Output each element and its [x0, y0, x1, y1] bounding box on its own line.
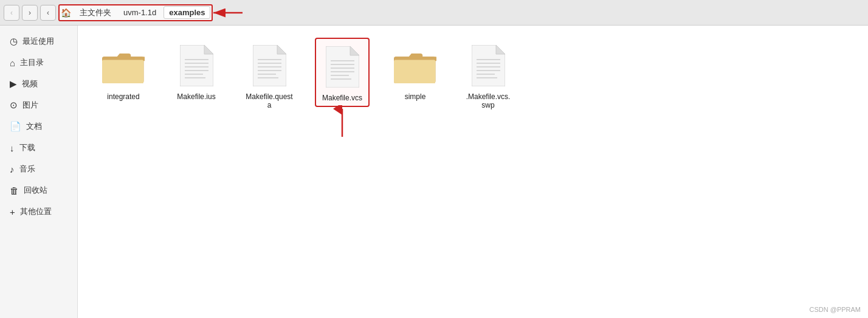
main-area: ◷ 最近使用 ⌂ 主目录 ▶ 视频 ⊙ 图片 📄 文档 ↓ 下载 ♪ 音乐 🗑: [0, 26, 868, 318]
nav-bar: ‹ › ‹ 🏠 主文件夹 uvm-1.1d examples: [0, 0, 868, 26]
svg-rect-35: [394, 60, 435, 83]
sidebar: ◷ 最近使用 ⌂ 主目录 ▶ 视频 ⊙ 图片 📄 文档 ↓ 下载 ♪ 音乐 🗑: [0, 26, 78, 318]
svg-marker-7: [204, 45, 213, 54]
folder-icon-simple: [394, 41, 436, 90]
breadcrumb: 🏠 主文件夹 uvm-1.1d examples: [58, 4, 213, 21]
svg-marker-15: [277, 45, 286, 54]
file-label-makefile-vcs: Makefile.vcs: [322, 94, 362, 102]
recent-icon: ◷: [10, 36, 18, 47]
doc-icon-makefile-vcs: [321, 43, 363, 91]
breadcrumb-examples-label[interactable]: examples: [164, 6, 210, 19]
doc-icon-makefile-questa: [248, 41, 291, 90]
file-item-simple[interactable]: simple: [388, 38, 443, 105]
sidebar-item-docs-label: 文档: [26, 121, 42, 132]
videos-icon: ▶: [10, 78, 17, 89]
file-label-makefile-vcs-swp: .Makefile.vcs.swp: [464, 92, 512, 109]
docs-icon: 📄: [10, 121, 21, 132]
sidebar-item-music-label: 音乐: [19, 164, 35, 175]
doc-icon-makefile-vcs-swp: [467, 41, 509, 90]
photos-icon: ⊙: [10, 100, 18, 111]
file-grid: integrated Makefile.ius: [96, 38, 850, 113]
other-icon: +: [10, 207, 15, 217]
svg-marker-23: [350, 46, 359, 55]
sidebar-item-trash-label: 回收站: [24, 185, 47, 196]
sidebar-item-trash[interactable]: 🗑 回收站: [2, 180, 75, 201]
file-label-makefile-questa: Makefile.questa: [246, 92, 293, 109]
sidebar-item-videos[interactable]: ▶ 视频: [2, 74, 75, 94]
file-item-makefile-vcs-swp[interactable]: .Makefile.vcs.swp: [461, 38, 515, 113]
file-item-makefile-questa[interactable]: Makefile.questa: [242, 38, 297, 113]
downloads-icon: ↓: [10, 143, 15, 153]
svg-rect-5: [102, 60, 143, 83]
trash-icon: 🗑: [10, 185, 19, 196]
sidebar-item-recent-label: 最近使用: [22, 36, 54, 47]
breadcrumb-uvm-label[interactable]: uvm-1.1d: [119, 7, 161, 18]
file-label-makefile-ius: Makefile.ius: [177, 92, 215, 101]
watermark: CSDN @PPRAM: [809, 306, 861, 313]
file-label-integrated: integrated: [107, 92, 139, 101]
music-icon: ♪: [10, 164, 15, 175]
makefile-vcs-arrow: [333, 105, 351, 139]
file-item-makefile-vcs[interactable]: Makefile.vcs: [315, 38, 370, 107]
home-icon: 🏠: [61, 8, 71, 18]
sidebar-item-downloads[interactable]: ↓ 下载: [2, 137, 75, 158]
home-sidebar-icon: ⌂: [10, 58, 15, 68]
sidebar-item-downloads-label: 下载: [19, 142, 35, 153]
up-button[interactable]: ‹: [40, 5, 56, 21]
sidebar-item-docs[interactable]: 📄 文档: [2, 116, 75, 137]
sidebar-item-home[interactable]: ⌂ 主目录: [2, 52, 75, 73]
sidebar-item-home-label: 主目录: [20, 57, 44, 68]
forward-button[interactable]: ›: [22, 5, 38, 21]
file-label-simple: simple: [405, 92, 426, 101]
sidebar-item-photos[interactable]: ⊙ 图片: [2, 95, 75, 116]
sidebar-item-music[interactable]: ♪ 音乐: [2, 159, 75, 179]
back-button[interactable]: ‹: [4, 5, 19, 21]
sidebar-item-other[interactable]: + 其他位置: [2, 201, 75, 222]
file-area: integrated Makefile.ius: [78, 26, 868, 318]
sidebar-item-recent[interactable]: ◷ 最近使用: [2, 31, 75, 52]
sidebar-item-photos-label: 图片: [22, 100, 38, 111]
svg-marker-37: [496, 45, 505, 54]
sidebar-item-videos-label: 视频: [22, 78, 38, 89]
doc-icon-makefile-ius: [175, 41, 218, 90]
breadcrumb-arrow: [211, 5, 244, 20]
file-item-makefile-ius[interactable]: Makefile.ius: [169, 38, 224, 105]
file-item-integrated[interactable]: integrated: [96, 38, 151, 105]
folder-icon-integrated: [102, 41, 145, 90]
sidebar-item-other-label: 其他位置: [20, 206, 52, 217]
breadcrumb-home-label[interactable]: 主文件夹: [75, 6, 116, 19]
